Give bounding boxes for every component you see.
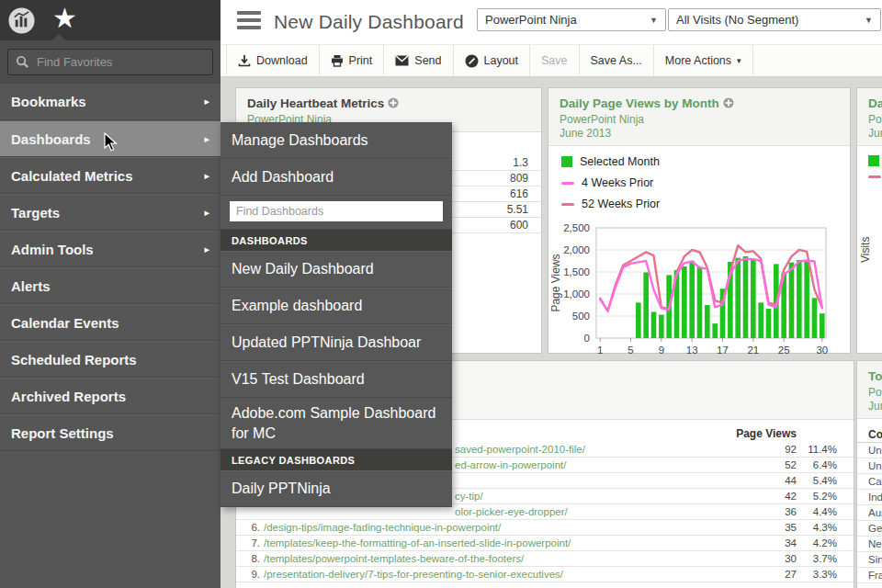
menu-item-updated-pptninja-dashboar[interactable]: Updated PPTNinja Dashboar — [220, 324, 452, 361]
find-dashboards-zone — [220, 196, 452, 230]
toolbar-button-more-actions[interactable]: More Actions▾ — [654, 45, 753, 76]
page-views-percent: 4.3% — [797, 522, 837, 533]
menu-item-example-dashboard[interactable]: Example dashboard — [220, 288, 452, 324]
segment-value: All Visits (No Segment) — [676, 13, 857, 27]
period-label: June 2013 — [560, 127, 841, 140]
submenu-arrow-icon: ▸ — [204, 207, 209, 219]
metric-value: 809 — [510, 172, 528, 185]
country-name: Sing — [868, 554, 882, 565]
country-row: Cana — [857, 474, 882, 490]
toolbar-button-download[interactable]: Download — [226, 45, 320, 76]
legend-item-selected-month: Selected Month — [561, 155, 708, 168]
print-icon — [331, 54, 344, 67]
sidebar-item-calendar-events[interactable]: Calendar Events — [0, 304, 220, 341]
toolbar-button-label: Print — [349, 54, 373, 67]
sidebar-item-scheduled-reports[interactable]: Scheduled Reports — [0, 341, 220, 378]
submenu-arrow-icon: ▸ — [204, 243, 209, 255]
page-url-link[interactable]: /templates/powerpoint-templates-beware-o… — [264, 553, 745, 564]
submenu-arrow-icon: ▸ — [204, 96, 209, 107]
sidebar-item-label: Alerts — [11, 278, 51, 294]
layout-icon — [465, 54, 479, 68]
country-name: India — [868, 492, 882, 503]
search-icon — [16, 55, 29, 69]
favorites-search-box[interactable] — [7, 49, 213, 75]
svg-text:25: 25 — [778, 345, 790, 356]
sidebar-item-targets[interactable]: Targets▸ — [0, 194, 220, 231]
flyout-sections: DASHBOARDSNew Daily DashboardExample das… — [220, 230, 452, 507]
toolbar-button-send[interactable]: Send — [384, 45, 453, 76]
page-views-chart: 05001,0001,5002,0002,5001591317212530Jun… — [548, 220, 844, 377]
menu-item-manage-dashboards[interactable]: Manage Dashboards — [220, 122, 452, 159]
metric-value: 5.51 — [507, 203, 528, 216]
page-url-link[interactable]: /presentation-delivery/7-tips-for-presen… — [264, 569, 745, 580]
find-dashboards-input[interactable] — [230, 201, 443, 221]
page-url-link[interactable]: /templates/keep-the-formatting-of-an-ins… — [264, 537, 745, 548]
menu-item-adobe-com-sample-dashboard-for-mc[interactable]: Adobe.com Sample Dashboard for MC — [220, 398, 452, 449]
table-row: 7./templates/keep-the-formatting-of-an-i… — [236, 536, 854, 551]
page-views-percent: 5.4% — [797, 475, 837, 486]
menu-item-add-dashboard[interactable]: Add Dashboard — [220, 159, 452, 196]
toolbar-button-save[interactable]: Save — [530, 45, 580, 76]
country-row: Neth — [857, 537, 882, 552]
sidebar-item-bookmarks[interactable]: Bookmarks▸ — [0, 84, 220, 120]
toolbar: DownloadPrintSendLayoutSaveSave As...Mor… — [220, 44, 882, 77]
page-views-percent: 11.4% — [797, 444, 837, 455]
svg-text:Page Views: Page Views — [549, 254, 562, 311]
add-reportlet-icon[interactable] — [723, 97, 734, 108]
sidebar-item-archived-reports[interactable]: Archived Reports — [0, 378, 220, 414]
menu-hamburger-icon[interactable] — [237, 11, 261, 33]
sidebar-item-report-settings[interactable]: Report Settings — [0, 414, 220, 451]
country-row: Fran — [857, 568, 882, 583]
segment-select[interactable]: All Visits (No Segment) ▼ — [668, 8, 881, 31]
menu-item-v15-test-dashboard[interactable]: V15 Test Dashboard — [220, 361, 452, 398]
panel-title[interactable]: Daily Page Views by Month — [560, 96, 719, 110]
flyout-section-header-legacy-dashboards: LEGACY DASHBOARDS — [220, 449, 452, 470]
legend-swatch — [561, 182, 574, 185]
legend-label: 52 Weeks Prior — [582, 198, 660, 210]
sidebar: ★ Bookmarks▸Dashboards▸Calculated Metric… — [0, 0, 220, 588]
toolbar-button-label: Send — [414, 54, 441, 67]
report-suite-link[interactable]: PowerPoint Ninja — [560, 113, 841, 126]
sidebar-item-admin-tools[interactable]: Admin Tools▸ — [0, 231, 220, 267]
svg-text:500: 500 — [572, 311, 590, 322]
report-suite-select[interactable]: PowerPoint Ninja ▼ — [477, 8, 666, 31]
legend-swatch-pink — [868, 175, 881, 178]
sidebar-item-label: Archived Reports — [11, 389, 126, 404]
page-url-link[interactable]: olor-picker-eye-dropper/ — [264, 506, 745, 517]
page-views-percent: 6.4% — [797, 459, 837, 470]
countries-table: UnitUnitCanaIndiaAustGernNethSingFran — [857, 443, 882, 583]
country-name: Aust — [868, 507, 882, 518]
favorites-star-icon[interactable]: ★ — [52, 5, 77, 32]
table-row: 8./templates/powerpoint-templates-beware… — [236, 551, 854, 567]
menu-item-new-daily-dashboard[interactable]: New Daily Dashboard — [220, 251, 452, 288]
add-reportlet-icon[interactable] — [388, 97, 399, 108]
legend-swatch — [561, 156, 572, 167]
panel-title[interactable]: Dail — [868, 96, 882, 110]
find-favorites-input[interactable] — [37, 55, 205, 69]
sidebar-item-alerts[interactable]: Alerts — [0, 267, 220, 304]
menu-item-daily-pptninja[interactable]: Daily PPTNinja — [220, 470, 452, 507]
chart-legend: Selected Month4 Weeks Prior52 Weeks Prio… — [548, 146, 850, 220]
toolbar-button-save-as[interactable]: Save As... — [580, 45, 654, 76]
report-suite-link[interactable]: Pow — [868, 386, 882, 399]
main-header: New Daily Dashboard PowerPoint Ninja ▼ A… — [220, 0, 882, 77]
toolbar-button-layout[interactable]: Layout — [454, 45, 531, 76]
toolbar-button-label: Download — [256, 54, 308, 67]
svg-text:0: 0 — [584, 333, 590, 344]
country-name: Unit — [868, 460, 882, 471]
analytics-logo-icon[interactable] — [7, 6, 36, 35]
toolbar-button-print[interactable]: Print — [320, 45, 385, 76]
mouse-cursor — [104, 132, 119, 153]
report-suite-link[interactable]: Pow — [868, 113, 882, 126]
svg-text:2,500: 2,500 — [563, 222, 590, 233]
sidebar-item-calculated-metrics[interactable]: Calculated Metrics▸ — [0, 157, 220, 194]
metric-value: 616 — [510, 187, 528, 200]
country-row: Unit — [857, 443, 882, 458]
panel-title: Daily Heartbeat Metrics — [247, 96, 384, 110]
sidebar-topbar: ★ — [0, 0, 220, 40]
page-url-link[interactable]: /design-tips/image-fading-technique-in-p… — [264, 522, 745, 533]
panel-title[interactable]: Top — [868, 369, 882, 383]
visits-axis-label: Visits — [859, 237, 872, 263]
toolbar-button-label: Save — [541, 54, 568, 67]
period-label: June — [868, 400, 882, 413]
